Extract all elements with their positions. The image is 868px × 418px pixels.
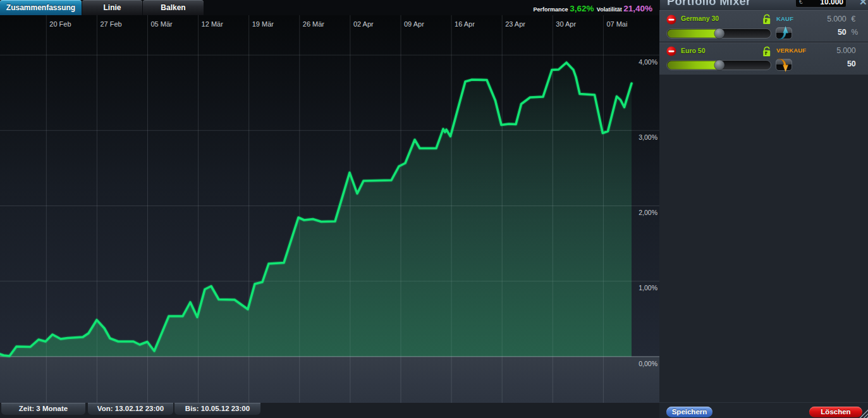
svg-text:02 Apr: 02 Apr (353, 20, 374, 28)
svg-text:19 Mär: 19 Mär (252, 20, 274, 28)
svg-text:07 Mai: 07 Mai (606, 20, 627, 28)
svg-text:1,00%: 1,00% (639, 284, 657, 292)
svg-text:30 Apr: 30 Apr (556, 20, 576, 28)
svg-text:4,00%: 4,00% (639, 58, 657, 66)
svg-text:3,00%: 3,00% (639, 133, 657, 141)
svg-text:27 Feb: 27 Feb (100, 20, 121, 28)
svg-text:23 Apr: 23 Apr (505, 20, 525, 28)
svg-text:12 Mär: 12 Mär (202, 20, 224, 28)
svg-text:09 Apr: 09 Apr (404, 20, 424, 28)
svg-text:20 Feb: 20 Feb (49, 20, 71, 28)
svg-text:0,00%: 0,00% (639, 360, 657, 367)
svg-text:05 Mär: 05 Mär (151, 20, 173, 28)
svg-text:26 Mär: 26 Mär (303, 20, 325, 28)
svg-text:2,00%: 2,00% (639, 209, 657, 216)
svg-text:16 Apr: 16 Apr (455, 20, 475, 28)
